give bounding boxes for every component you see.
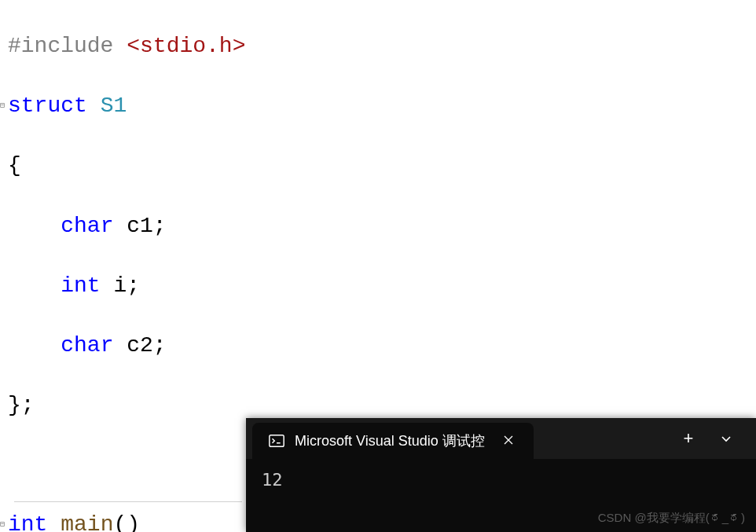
console-titlebar[interactable]: Microsoft Visual Studio 调试控 + (246, 418, 756, 459)
open-brace: { (8, 153, 21, 178)
keyword-type: int (8, 512, 47, 532)
console-output[interactable]: 12 (246, 459, 756, 501)
keyword-struct: struct (8, 94, 87, 118)
preprocessor-directive: #include (8, 34, 113, 58)
divider (14, 501, 242, 502)
fold-marker-icon[interactable]: ⊟ (0, 519, 8, 530)
new-tab-button[interactable]: + (670, 418, 707, 459)
identifier: c1 (127, 214, 153, 238)
console-tab[interactable]: Microsoft Visual Studio 调试控 (252, 423, 534, 459)
debug-console-window[interactable]: Microsoft Visual Studio 调试控 + 12 CSDN @我… (246, 418, 756, 532)
console-controls: + (670, 418, 756, 459)
svg-rect-0 (270, 435, 284, 447)
function-name: main (61, 512, 113, 532)
keyword-type: char (61, 333, 113, 358)
keyword-type: int (61, 273, 100, 298)
dropdown-button[interactable] (707, 418, 745, 459)
type-name: S1 (101, 94, 127, 118)
identifier: c2 (127, 333, 153, 358)
close-tab-button[interactable] (494, 432, 523, 450)
include-path: <stdio.h> (127, 34, 245, 58)
terminal-icon (268, 432, 285, 449)
close-brace: }; (8, 393, 35, 417)
fold-marker-icon[interactable]: ⊟ (0, 101, 8, 112)
output-text: 12 (262, 470, 283, 490)
watermark: CSDN @我要学编程(ಥ_ಥ) (598, 511, 745, 526)
identifier: i (113, 273, 127, 298)
console-title: Microsoft Visual Studio 调试控 (295, 431, 485, 450)
keyword-type: char (61, 214, 113, 238)
